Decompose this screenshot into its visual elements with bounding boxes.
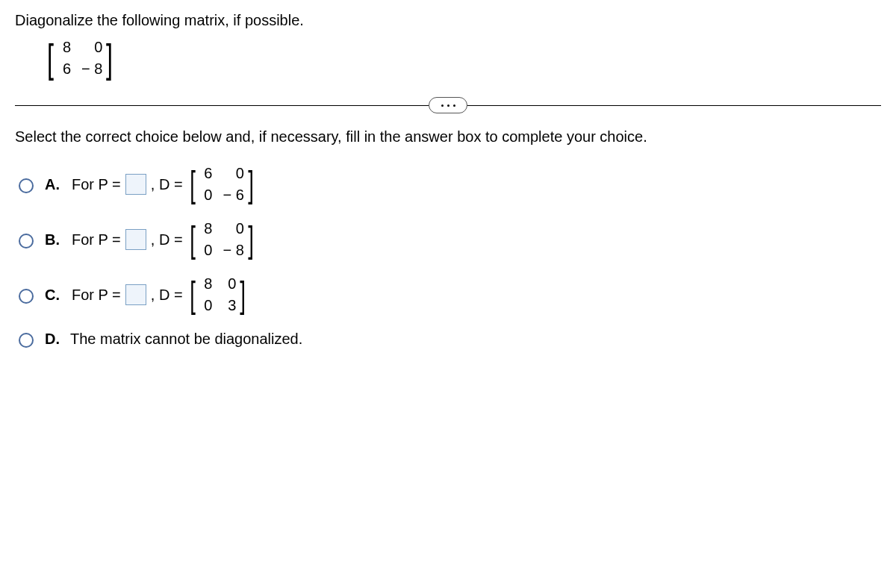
choice-d-text: The matrix cannot be diagonalized. xyxy=(70,331,302,348)
matrix-cell: 0 xyxy=(199,297,212,314)
matrix-cell: − 8 xyxy=(223,242,243,259)
choice-c-prefix: For P = xyxy=(70,287,122,304)
matrix-cell: 0 xyxy=(199,187,212,204)
bracket-left-icon: [ xyxy=(47,38,54,78)
matrix-cells: 8 0 6 − 8 xyxy=(56,39,104,78)
choice-a-mid: , D = xyxy=(149,176,184,193)
radio-a[interactable] xyxy=(19,178,34,193)
question-matrix: [ 8 0 6 − 8 ] xyxy=(45,38,115,78)
answer-box-c[interactable] xyxy=(125,284,146,305)
bracket-right-icon: ] xyxy=(106,38,113,78)
choice-b: B. For P = , D = [ 8 0 0 − 8 ] xyxy=(15,220,881,259)
ellipsis-button[interactable] xyxy=(429,97,467,113)
choice-d-label: D. xyxy=(45,331,61,348)
bracket-left-icon: [ xyxy=(190,221,196,258)
matrix-cell: 8 xyxy=(199,220,212,237)
choice-a-body: For P = , D = [ 6 0 0 − 6 ] xyxy=(70,165,256,204)
bracket-left-icon: [ xyxy=(190,276,196,313)
choice-b-matrix: [ 8 0 0 − 8 ] xyxy=(187,220,256,259)
instruction-text: Select the correct choice below and, if … xyxy=(15,128,881,146)
section-divider xyxy=(15,105,881,106)
choice-list: A. For P = , D = [ 6 0 0 − 6 ] B. For P … xyxy=(15,165,881,348)
choice-c-matrix: [ 8 0 0 3 ] xyxy=(187,275,249,314)
matrix-cell: 0 xyxy=(81,39,102,56)
choice-b-label: B. xyxy=(45,231,61,248)
choice-c-body: For P = , D = [ 8 0 0 3 ] xyxy=(70,275,248,314)
bracket-right-icon: ] xyxy=(248,166,254,203)
choice-a-label: A. xyxy=(45,176,61,193)
choice-a: A. For P = , D = [ 6 0 0 − 6 ] xyxy=(15,165,881,204)
matrix-cell: 8 xyxy=(57,39,71,56)
radio-b[interactable] xyxy=(19,234,34,248)
choice-a-prefix: For P = xyxy=(70,176,122,193)
matrix-cell: 0 xyxy=(199,242,212,259)
matrix-cell: − 8 xyxy=(81,60,102,78)
radio-d[interactable] xyxy=(19,333,34,348)
question-prompt: Diagonalize the following matrix, if pos… xyxy=(15,12,881,29)
answer-box-b[interactable] xyxy=(125,229,146,250)
matrix-cell: 0 xyxy=(223,165,243,182)
matrix-cell: 0 xyxy=(223,275,236,293)
matrix-cell: 8 xyxy=(199,275,212,293)
choice-c-mid: , D = xyxy=(149,287,184,304)
choice-a-matrix: [ 6 0 0 − 6 ] xyxy=(187,165,256,204)
choice-c: C. For P = , D = [ 8 0 0 3 ] xyxy=(15,275,881,314)
matrix-cell: 0 xyxy=(223,220,243,237)
choice-b-mid: , D = xyxy=(149,231,184,248)
choice-c-label: C. xyxy=(45,287,61,304)
bracket-left-icon: [ xyxy=(190,166,196,203)
matrix-cell: 3 xyxy=(223,297,236,314)
matrix-cell: − 6 xyxy=(223,187,243,204)
radio-c[interactable] xyxy=(19,289,34,304)
bracket-right-icon: ] xyxy=(248,221,254,258)
answer-box-a[interactable] xyxy=(125,174,146,195)
matrix-cell: 6 xyxy=(57,60,71,78)
matrix-cell: 6 xyxy=(199,165,212,182)
choice-b-prefix: For P = xyxy=(70,231,122,248)
choice-d: D. The matrix cannot be diagonalized. xyxy=(15,331,881,348)
choice-b-body: For P = , D = [ 8 0 0 − 8 ] xyxy=(70,220,256,259)
bracket-right-icon: ] xyxy=(240,276,246,313)
